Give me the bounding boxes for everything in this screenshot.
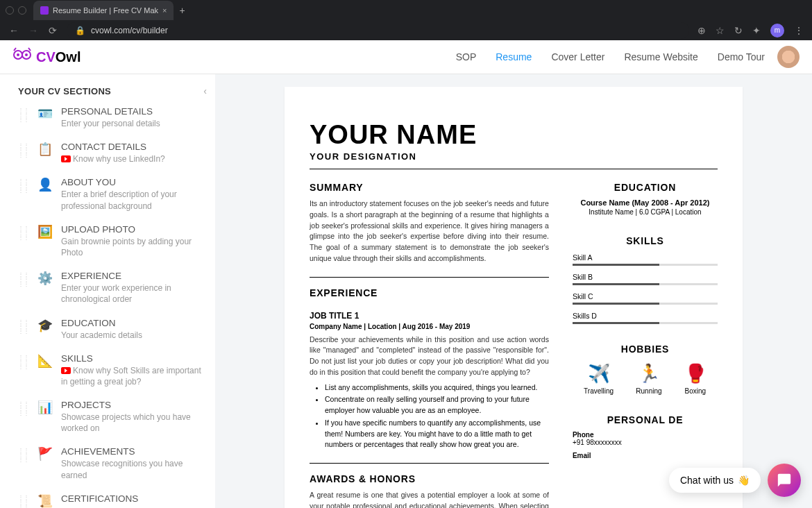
chat-button[interactable] (768, 464, 801, 497)
section-desc: Showcase projects which you have worked … (61, 412, 207, 434)
drag-handle-icon[interactable]: ⋮⋮⋮⋮⋮⋮ (18, 142, 29, 164)
sidebar-item-education[interactable]: ⋮⋮⋮⋮⋮⋮ 🎓 EDUCATION Your academic details (18, 318, 207, 341)
section-desc: Your academic details (61, 330, 207, 341)
section-name: CERTIFICATIONS (61, 493, 207, 504)
section-desc: Enter your work experience in chronologi… (61, 282, 207, 305)
nav-link-demo-tour[interactable]: Demo Tour (718, 51, 765, 62)
svg-point-2 (17, 53, 19, 56)
hobby-running: 🏃Running (636, 363, 661, 395)
drag-handle-icon[interactable]: ⋮⋮⋮⋮⋮⋮ (18, 400, 29, 434)
drag-handle-icon[interactable]: ⋮⋮⋮⋮⋮⋮ (18, 446, 29, 480)
skill-row: Skill C (573, 292, 718, 305)
section-desc: Enter your personal details (61, 118, 207, 129)
hobby-icon: ✈️ (584, 363, 614, 384)
nav-link-resume[interactable]: Resume (496, 51, 532, 62)
sidebar-item-certifications[interactable]: ⋮⋮⋮⋮⋮⋮ 📜 CERTIFICATIONS (18, 493, 207, 508)
sidebar-item-about-you[interactable]: ⋮⋮⋮⋮⋮⋮ 👤 ABOUT YOU Enter a brief descrip… (18, 177, 207, 211)
section-name: PROJECTS (61, 400, 207, 410)
section-icon: 🖼️ (37, 224, 53, 239)
section-icon: 🪪 (37, 106, 53, 121)
extensions-icon[interactable]: ✦ (752, 25, 761, 36)
section-icon: 👤 (37, 177, 53, 192)
hobby-travelling: ✈️Travelling (584, 363, 614, 395)
sidebar-item-achievements[interactable]: ⋮⋮⋮⋮⋮⋮ 🚩 ACHIEVEMENTS Showcase recogniti… (18, 446, 207, 480)
pd-email-label: Email (573, 452, 718, 459)
zoom-icon[interactable]: ⊕ (697, 25, 706, 36)
drag-handle-icon[interactable]: ⋮⋮⋮⋮⋮⋮ (18, 318, 29, 341)
section-name: SKILLS (61, 353, 207, 364)
edu-course: Course Name (May 2008 - Apr 2012) (573, 198, 718, 207)
star-icon[interactable]: ☆ (716, 25, 725, 36)
profile-badge[interactable]: m (770, 24, 784, 37)
education-title: EDUCATION (573, 182, 718, 193)
window-max[interactable] (18, 6, 26, 15)
drag-handle-icon[interactable]: ⋮⋮⋮⋮⋮⋮ (18, 224, 29, 258)
nav-link-sop[interactable]: SOP (456, 51, 477, 62)
lock-icon: 🔒 (75, 26, 85, 35)
pd-phone-label: Phone (573, 431, 718, 439)
sidebar-item-contact-details[interactable]: ⋮⋮⋮⋮⋮⋮ 📋 CONTACT DETAILS Know why use Li… (18, 142, 207, 164)
drag-handle-icon[interactable]: ⋮⋮⋮⋮⋮⋮ (18, 353, 29, 387)
sidebar-item-skills[interactable]: ⋮⋮⋮⋮⋮⋮ 📐 SKILLS Know why Soft Skills are… (18, 353, 207, 387)
job-desc: Describe your achievements while in this… (310, 335, 549, 378)
nav-link-resume-website[interactable]: Resume Website (624, 51, 697, 62)
section-desc: Gain brownie points by adding your Photo (61, 236, 207, 258)
resume-page[interactable]: YOUR NAME YOUR DESIGNATION SUMMARY Its a… (285, 87, 743, 508)
job-title: JOB TITLE 1 (310, 311, 549, 321)
sidebar-item-experience[interactable]: ⋮⋮⋮⋮⋮⋮ ⚙️ EXPERIENCE Enter your work exp… (18, 271, 207, 305)
window-close[interactable] (6, 6, 14, 15)
tab-bar: Resume Builder | Free CV Mak × + (0, 0, 812, 20)
awards-text: A great resume is one that gives a poten… (310, 490, 549, 508)
sidebar-title: YOUR CV SECTIONS (18, 86, 111, 96)
summary-title: SUMMARY (310, 182, 549, 193)
hobbies-title: HOBBIES (573, 344, 718, 355)
browser-tab[interactable]: Resume Builder | Free CV Mak × (33, 1, 174, 20)
job-bullet: List any accomplishments, skills you acq… (325, 382, 549, 393)
section-name: ACHIEVEMENTS (61, 446, 207, 457)
section-name: UPLOAD PHOTO (61, 224, 207, 235)
hobby-icon: 🥊 (684, 363, 707, 384)
youtube-icon (61, 367, 71, 374)
canvas: YOUR NAME YOUR DESIGNATION SUMMARY Its a… (215, 74, 812, 508)
chat-widget: Chat with us 👋 (669, 464, 801, 497)
history-icon[interactable]: ↻ (734, 25, 743, 36)
tab-close-icon[interactable]: × (162, 6, 167, 15)
tab-title: Resume Builder | Free CV Mak (53, 6, 158, 15)
section-desc: Enter a brief description of your profes… (61, 189, 207, 211)
menu-icon[interactable]: ⋮ (794, 25, 804, 36)
nav-link-cover-letter[interactable]: Cover Letter (551, 51, 604, 62)
section-icon: ⚙️ (37, 271, 53, 286)
drag-handle-icon[interactable]: ⋮⋮⋮⋮⋮⋮ (18, 177, 29, 211)
user-avatar[interactable] (777, 46, 800, 68)
collapse-button[interactable]: ‹ (203, 85, 207, 96)
browser-chrome: Resume Builder | Free CV Mak × + ← → ⟳ 🔒… (0, 0, 812, 40)
resume-designation: YOUR DESIGNATION (310, 151, 718, 162)
section-icon: 🚩 (37, 446, 53, 462)
resume-name: YOUR NAME (310, 120, 718, 150)
drag-handle-icon[interactable]: ⋮⋮⋮⋮⋮⋮ (18, 106, 29, 129)
back-button[interactable]: ← (8, 25, 19, 36)
youtube-icon (61, 155, 71, 162)
url-bar[interactable]: 🔒 cvowl.com/cv/builder (67, 22, 689, 39)
sidebar: YOUR CV SECTIONS ‹ ⋮⋮⋮⋮⋮⋮ 🪪 PERSONAL DET… (0, 74, 215, 508)
sidebar-item-personal-details[interactable]: ⋮⋮⋮⋮⋮⋮ 🪪 PERSONAL DETAILS Enter your per… (18, 106, 207, 129)
chat-bubble[interactable]: Chat with us 👋 (669, 468, 761, 493)
section-desc: Know why use LinkedIn? (61, 153, 207, 164)
new-tab-button[interactable]: + (179, 5, 185, 16)
section-name: EXPERIENCE (61, 271, 207, 281)
drag-handle-icon[interactable]: ⋮⋮⋮⋮⋮⋮ (18, 271, 29, 305)
job-bullet: If you have specific numbers to quantify… (325, 418, 549, 450)
sidebar-item-projects[interactable]: ⋮⋮⋮⋮⋮⋮ 📊 PROJECTS Showcase projects whic… (18, 400, 207, 434)
section-desc: Showcase recognitions you have earned (61, 458, 207, 480)
sidebar-item-upload-photo[interactable]: ⋮⋮⋮⋮⋮⋮ 🖼️ UPLOAD PHOTO Gain brownie poin… (18, 224, 207, 258)
section-name: EDUCATION (61, 318, 207, 328)
reload-button[interactable]: ⟳ (47, 25, 58, 36)
forward-button[interactable]: → (28, 25, 39, 36)
section-desc: Know why Soft Skills are important in ge… (61, 365, 207, 387)
drag-handle-icon[interactable]: ⋮⋮⋮⋮⋮⋮ (18, 493, 29, 508)
url-bar-row: ← → ⟳ 🔒 cvowl.com/cv/builder ⊕ ☆ ↻ ✦ m ⋮ (0, 20, 812, 40)
nav-links: SOPResumeCover LetterResume WebsiteDemo … (456, 51, 765, 62)
skill-row: Skill A (573, 253, 718, 266)
logo[interactable]: CVOwl (12, 47, 81, 67)
section-name: ABOUT YOU (61, 177, 207, 187)
